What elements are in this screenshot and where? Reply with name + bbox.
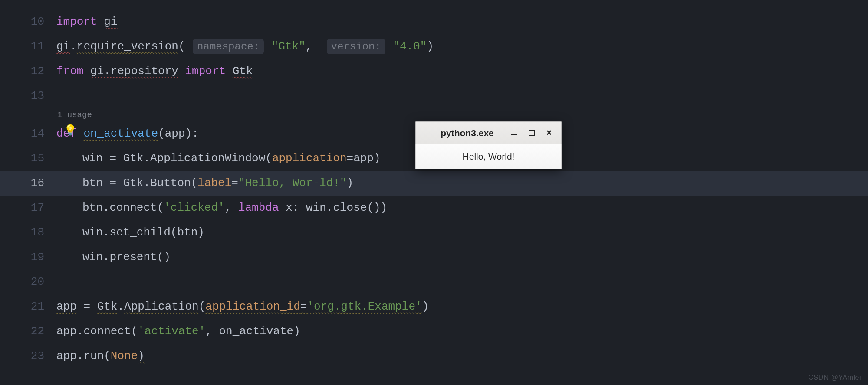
line-number: 18 <box>0 220 44 245</box>
code-line[interactable] <box>56 84 868 108</box>
window-title: python3.exe <box>416 128 506 138</box>
usages-inlay[interactable]: 1 usage <box>56 108 868 121</box>
line-number: 12 <box>0 59 44 84</box>
line-number: 10 <box>0 10 44 34</box>
code-line[interactable] <box>56 270 868 294</box>
minimize-icon[interactable] <box>506 126 523 143</box>
code-line[interactable]: import gi <box>56 10 868 34</box>
inlay-hint: namespace: <box>193 39 264 55</box>
line-number: 23 <box>0 344 44 369</box>
window-controls <box>506 124 561 142</box>
code-line[interactable]: gi.require_version( namespace: "Gtk", ve… <box>56 34 868 59</box>
line-number: 11 <box>0 34 44 59</box>
app-window[interactable]: python3.exe Hello, World! <box>415 121 562 169</box>
code-line[interactable]: win.present() <box>56 245 868 270</box>
inlay-hint: version: <box>327 39 385 55</box>
close-icon[interactable] <box>540 124 558 142</box>
window-titlebar[interactable]: python3.exe <box>416 122 561 144</box>
watermark-text: CSDN @YAmlei <box>808 374 861 382</box>
code-editor: 10 11 12 13 14 15 16 17 18 19 20 21 22 2… <box>0 0 868 385</box>
lightbulb-icon[interactable]: 💡 <box>64 124 77 137</box>
line-number-current: 16 <box>0 171 44 196</box>
code-line[interactable]: from gi.repository import Gtk <box>56 59 868 84</box>
line-number: 13 <box>0 84 44 108</box>
maximize-icon[interactable] <box>523 124 540 142</box>
line-number: 21 <box>0 294 44 319</box>
code-line-current[interactable]: btn = Gtk.Button(label="Hello, Wor-ld!") <box>56 171 868 196</box>
line-number: 17 <box>0 196 44 220</box>
line-number: 14 <box>0 121 44 146</box>
line-number: 15 <box>0 146 44 171</box>
hello-button[interactable]: Hello, World! <box>415 144 562 169</box>
line-number: 19 <box>0 245 44 270</box>
code-line[interactable]: app = Gtk.Application(application_id='or… <box>56 294 868 319</box>
code-line[interactable]: app.connect('activate', on_activate) <box>56 319 868 344</box>
code-area[interactable]: import gi gi.require_version( namespace:… <box>56 0 868 385</box>
code-line[interactable]: btn.connect('clicked', lambda x: win.clo… <box>56 196 868 220</box>
code-line[interactable]: app.run(None) <box>56 344 868 369</box>
line-number: 20 <box>0 270 44 294</box>
code-line[interactable]: win.set_child(btn) <box>56 220 868 245</box>
line-number-gutter: 10 11 12 13 14 15 16 17 18 19 20 21 22 2… <box>0 0 56 385</box>
line-number: 22 <box>0 319 44 344</box>
